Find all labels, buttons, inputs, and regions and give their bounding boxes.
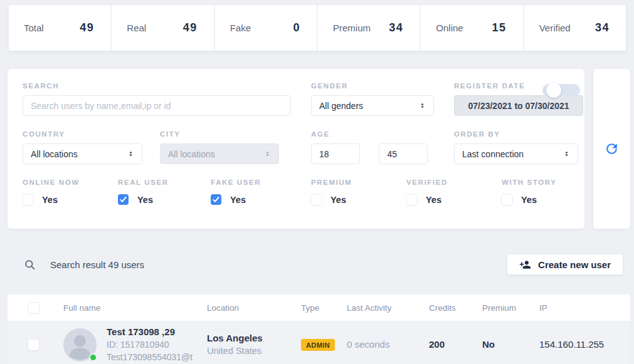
- online-now-checkbox-row[interactable]: Yes: [23, 194, 80, 205]
- order-by-filter-group: ORDER BY Last connection: [454, 130, 578, 164]
- table-header-row: Full name Location Type Last Activity Cr…: [8, 294, 630, 321]
- column-header-premium[interactable]: Premium: [482, 303, 539, 313]
- country-select[interactable]: All locations: [23, 143, 142, 164]
- stat-label: Real: [127, 23, 146, 33]
- checkbox-option-label: Yes: [230, 195, 246, 205]
- real-user-checkbox-row[interactable]: Yes: [118, 194, 169, 205]
- last-activity-value: 0 seconds: [347, 339, 389, 350]
- age-max-input[interactable]: [379, 143, 428, 164]
- gender-select[interactable]: All genders: [311, 95, 434, 116]
- country-select-value: All locations: [31, 149, 78, 159]
- stat-value: 34: [389, 21, 403, 34]
- last-activity-cell: 0 seconds: [347, 339, 429, 350]
- fake-user-label: FAKE USER: [211, 179, 261, 186]
- age-min-input[interactable]: [311, 143, 360, 164]
- column-header-full-name[interactable]: Full name: [63, 303, 207, 313]
- checkbox-option-label: Yes: [42, 195, 58, 205]
- order-by-select[interactable]: Last connection: [454, 143, 578, 164]
- fake-user-filter-group: FAKE USER Yes: [211, 179, 261, 205]
- premium-filter-group: PREMIUM Yes: [311, 179, 352, 205]
- refresh-panel: [593, 69, 630, 229]
- with-story-checkbox[interactable]: [502, 194, 512, 205]
- search-label: SEARCH: [23, 82, 291, 90]
- column-header-ip[interactable]: IP: [539, 303, 630, 313]
- real-user-checkbox[interactable]: [118, 194, 129, 205]
- stat-value: 49: [183, 21, 198, 34]
- online-now-checkbox[interactable]: [23, 194, 33, 205]
- user-country: United States: [207, 345, 301, 357]
- select-all-checkbox[interactable]: [28, 303, 39, 313]
- toggle-knob: [546, 83, 561, 98]
- fake-user-checkbox[interactable]: [211, 194, 221, 205]
- verified-checkbox-row[interactable]: Yes: [406, 194, 448, 205]
- stat-value: 49: [80, 21, 94, 34]
- filters-panel: SEARCH GENDER All genders REGISTER DATE …: [8, 69, 584, 229]
- age-label: AGE: [311, 130, 428, 138]
- premium-value: No: [482, 339, 495, 350]
- avatar[interactable]: [63, 328, 97, 361]
- real-user-filter-group: REAL USER Yes: [118, 179, 169, 205]
- city-select: All locations: [160, 143, 279, 164]
- gender-filter-group: GENDER All genders: [311, 82, 434, 116]
- stat-online: Online 15: [421, 5, 524, 51]
- checkbox-option-label: Yes: [426, 195, 441, 205]
- stat-label: Premium: [333, 23, 371, 33]
- premium-checkbox-row[interactable]: Yes: [311, 194, 352, 205]
- header-checkbox-cell: [28, 303, 63, 313]
- credits-cell: 200: [429, 339, 482, 350]
- up-down-arrows-icon: [127, 150, 134, 158]
- column-header-location[interactable]: Location: [207, 303, 301, 313]
- user-management-page: Total 49 Real 49 Fake 0 Premium 34 Onlin…: [0, 0, 634, 364]
- row-checkbox-cell: [28, 340, 63, 350]
- stat-premium: Premium 34: [318, 5, 421, 51]
- stat-fake: Fake 0: [215, 5, 318, 51]
- checkmark-icon: [213, 196, 219, 203]
- register-date-value: 07/23/2021 to 07/30/2021: [468, 101, 569, 111]
- stat-value: 15: [492, 21, 507, 34]
- with-story-filter-group: WITH STORY Yes: [502, 179, 557, 205]
- results-summary-group: Search result 49 users: [24, 259, 144, 271]
- refresh-icon: [604, 141, 620, 157]
- online-now-label: ONLINE NOW: [23, 179, 80, 186]
- city-select-value: All locations: [168, 149, 215, 159]
- register-date-toggle[interactable]: [542, 84, 580, 96]
- credits-value: 200: [429, 339, 445, 350]
- row-checkbox[interactable]: [28, 340, 39, 350]
- stat-value: 0: [293, 21, 300, 34]
- full-name-cell: Test 173098 ,29 ID: 1517810940 Test17309…: [63, 326, 207, 363]
- stat-label: Fake: [230, 23, 251, 33]
- stat-label: Online: [436, 23, 463, 33]
- create-new-user-button[interactable]: Create new user: [507, 254, 623, 275]
- fake-user-checkbox-row[interactable]: Yes: [211, 194, 261, 205]
- city-label: CITY: [160, 130, 279, 138]
- ip-value: 154.160.11.255: [539, 339, 604, 350]
- checkbox-option-label: Yes: [137, 195, 153, 205]
- age-filter-group: AGE: [311, 130, 428, 164]
- premium-checkbox[interactable]: [311, 194, 322, 205]
- user-id: ID: 1517810940: [107, 338, 199, 351]
- verified-checkbox[interactable]: [406, 194, 417, 205]
- user-full-name[interactable]: Test 173098 ,29: [107, 326, 199, 338]
- stat-value: 34: [595, 21, 610, 34]
- stat-verified: Verified 34: [524, 5, 626, 51]
- column-header-last-activity[interactable]: Last Activity: [347, 303, 429, 313]
- search-input[interactable]: [23, 95, 291, 116]
- up-down-arrows-icon: [419, 101, 426, 110]
- with-story-checkbox-row[interactable]: Yes: [502, 194, 557, 205]
- register-date-range[interactable]: 07/23/2021 to 07/30/2021: [454, 95, 583, 116]
- stat-real: Real 49: [112, 5, 214, 51]
- up-down-arrows-icon: [563, 150, 570, 158]
- checkbox-option-label: Yes: [330, 195, 346, 205]
- refresh-button[interactable]: [601, 138, 622, 159]
- location-cell: Los Angeles United States: [207, 332, 301, 357]
- user-city: Los Angeles: [207, 332, 301, 345]
- column-header-type[interactable]: Type: [301, 303, 347, 313]
- column-header-credits[interactable]: Credits: [429, 303, 482, 313]
- stat-label: Total: [24, 23, 44, 33]
- stat-label: Verified: [539, 23, 571, 33]
- ip-cell: 154.160.11.255: [539, 339, 630, 350]
- table-row[interactable]: Test 173098 ,29 ID: 1517810940 Test17309…: [8, 321, 630, 364]
- checkbox-option-label: Yes: [521, 195, 537, 205]
- verified-filter-group: VERIFIED Yes: [406, 179, 448, 205]
- real-user-label: REAL USER: [118, 179, 169, 186]
